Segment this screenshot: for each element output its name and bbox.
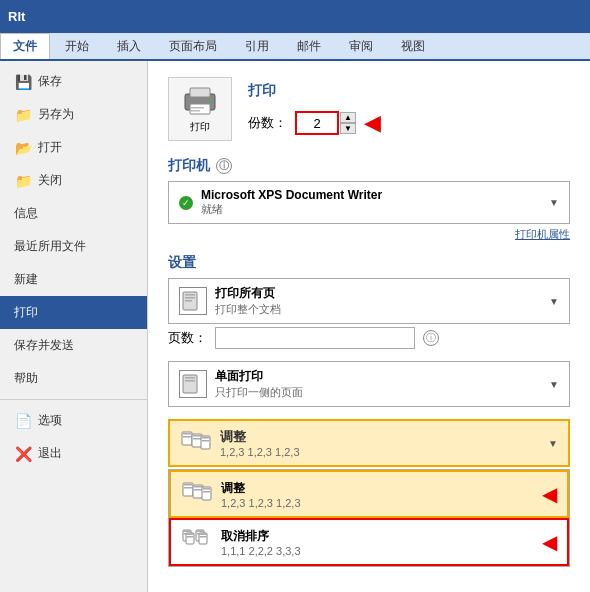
printer-name: Microsoft XPS Document Writer (201, 188, 541, 202)
main-layout: 💾 保存 📁 另存为 📂 打开 📁 关闭 信息 最近所用文件 新 (0, 61, 590, 592)
sidebar: 💾 保存 📁 另存为 📂 打开 📁 关闭 信息 最近所用文件 新 (0, 61, 148, 592)
sidebar-item-options[interactable]: 📄 选项 (0, 404, 147, 437)
tab-view[interactable]: 视图 (388, 33, 438, 59)
sidebar-item-print[interactable]: 打印 (0, 296, 147, 329)
sidebar-item-info[interactable]: 信息 (0, 197, 147, 230)
sidebar-item-close-label: 关闭 (38, 172, 62, 189)
simplex-svg (181, 372, 205, 396)
tab-home[interactable]: 开始 (52, 33, 102, 59)
sidebar-item-help[interactable]: 帮助 (0, 362, 147, 395)
collate-arrow-indicator: ◀ (542, 482, 557, 506)
tab-mail[interactable]: 邮件 (284, 33, 334, 59)
svg-rect-14 (183, 433, 191, 435)
tab-file[interactable]: 文件 (0, 33, 50, 59)
printer-status: 就绪 (201, 202, 541, 217)
simplex-label: 单面打印 (215, 368, 541, 385)
sidebar-item-recent-label: 最近所用文件 (14, 238, 86, 255)
tab-insert[interactable]: 插入 (104, 33, 154, 59)
svg-rect-4 (190, 107, 204, 109)
uncollate-option-label: 取消排序 (221, 528, 530, 545)
copies-input[interactable] (295, 111, 339, 135)
sidebar-item-new-label: 新建 (14, 271, 38, 288)
sidebar-item-savesend[interactable]: 保存并发送 (0, 329, 147, 362)
exit-icon: ❌ (14, 446, 32, 462)
collate-option-sub: 1,2,3 1,2,3 1,2,3 (221, 497, 530, 509)
sidebar-item-exit-label: 退出 (38, 445, 62, 462)
printer-section: 打印机 ⓘ Microsoft XPS Document Writer 就绪 ▼… (168, 157, 570, 242)
app-container: RIt 文件 开始 插入 页面布局 引用 邮件 审阅 视图 💾 保存 📁 另存为… (0, 0, 590, 592)
settings-label-text: 设置 (168, 254, 196, 272)
printer-info: Microsoft XPS Document Writer 就绪 (201, 188, 541, 217)
print-all-sub: 打印整个文档 (215, 302, 541, 317)
sidebar-item-exit[interactable]: ❌ 退出 (0, 437, 147, 470)
pages-info-icon[interactable]: ⓘ (423, 330, 439, 346)
collation-selected-svg (181, 428, 211, 458)
sidebar-item-save[interactable]: 💾 保存 (0, 65, 147, 98)
collation-selected-label: 调整 (220, 428, 540, 446)
collation-dropdown-arrow: ▼ (548, 438, 558, 449)
svg-rect-32 (184, 531, 191, 533)
uncollate-svg (182, 527, 212, 557)
collation-section: 调整 1,2,3 1,2,3 1,2,3 ▼ (168, 419, 570, 567)
sidebar-item-saveas[interactable]: 📁 另存为 (0, 98, 147, 131)
title-bar: RIt (0, 0, 590, 33)
svg-rect-2 (190, 104, 210, 114)
tab-review[interactable]: 审阅 (336, 33, 386, 59)
copies-label: 份数： (248, 114, 287, 132)
svg-rect-17 (193, 435, 201, 437)
simplex-dropdown[interactable]: 单面打印 只打印一侧的页面 ▼ (168, 361, 570, 407)
print-top-row: 打印 打印 份数： ▲ ▼ ◀ (168, 77, 570, 141)
svg-rect-35 (187, 534, 194, 536)
svg-rect-8 (185, 297, 195, 299)
open-icon: 📂 (14, 140, 32, 156)
svg-rect-5 (190, 110, 200, 112)
tab-page-layout[interactable]: 页面布局 (156, 33, 230, 59)
print-all-dropdown[interactable]: 打印所有页 打印整个文档 ▼ (168, 278, 570, 324)
collate-svg (182, 479, 212, 509)
tab-references[interactable]: 引用 (232, 33, 282, 59)
copies-spinner: ▲ ▼ (340, 112, 356, 134)
print-button[interactable]: 打印 (168, 77, 232, 141)
svg-rect-21 (202, 440, 209, 442)
pages-label: 页数： (168, 329, 207, 347)
printer-info-icon[interactable]: ⓘ (216, 158, 232, 174)
printer-status-dot (179, 196, 193, 210)
settings-section: 设置 打印所有页 打印整个文档 (168, 254, 570, 407)
sidebar-item-help-label: 帮助 (14, 370, 38, 387)
svg-rect-12 (185, 380, 195, 382)
title-bar-text: RIt (8, 9, 25, 24)
svg-rect-20 (202, 437, 209, 439)
sidebar-item-info-label: 信息 (14, 205, 38, 222)
collation-selected-icon (180, 427, 212, 459)
uncollate-arrow-indicator: ◀ (542, 530, 557, 554)
svg-rect-15 (183, 436, 191, 438)
printer-dropdown[interactable]: Microsoft XPS Document Writer 就绪 ▼ (168, 181, 570, 224)
copies-decrement[interactable]: ▼ (340, 123, 356, 134)
copies-increment[interactable]: ▲ (340, 112, 356, 123)
collation-selected[interactable]: 调整 1,2,3 1,2,3 1,2,3 ▼ (168, 419, 570, 467)
pages-input[interactable] (215, 327, 415, 349)
sidebar-item-new[interactable]: 新建 (0, 263, 147, 296)
printer-props-link[interactable]: 打印机属性 (168, 227, 570, 242)
collate-option-text: 调整 1,2,3 1,2,3 1,2,3 (221, 480, 530, 509)
svg-rect-7 (185, 294, 195, 296)
collation-option-collate[interactable]: 调整 1,2,3 1,2,3 1,2,3 ◀ (169, 470, 569, 518)
collation-option-uncollate[interactable]: 取消排序 1,1,1 2,2,2 3,3,3 ◀ (169, 518, 569, 566)
sidebar-item-close[interactable]: 📁 关闭 (0, 164, 147, 197)
printer-label-text: 打印机 (168, 157, 210, 175)
svg-rect-42 (200, 536, 207, 538)
simplex-text: 单面打印 只打印一侧的页面 (215, 368, 541, 400)
sidebar-item-save-label: 保存 (38, 73, 62, 90)
printer-svg-icon (181, 84, 219, 118)
sidebar-item-recent[interactable]: 最近所用文件 (0, 230, 147, 263)
print-all-label: 打印所有页 (215, 285, 541, 302)
simplex-sub: 只打印一侧的页面 (215, 385, 541, 400)
copies-row: 份数： ▲ ▼ ◀ (248, 110, 381, 136)
svg-rect-9 (185, 300, 192, 302)
sidebar-item-options-label: 选项 (38, 412, 62, 429)
settings-section-label: 设置 (168, 254, 570, 272)
sidebar-item-open[interactable]: 📂 打开 (0, 131, 147, 164)
print-all-svg (181, 289, 205, 313)
svg-rect-41 (200, 534, 207, 536)
svg-rect-27 (194, 489, 202, 491)
